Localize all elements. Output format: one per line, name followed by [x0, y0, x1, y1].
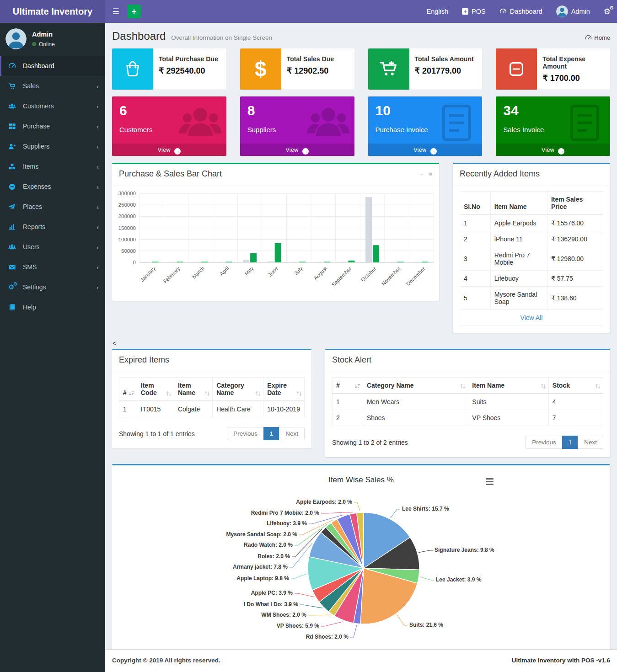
user-menu[interactable]: Admin [556, 5, 590, 17]
quick-add-button[interactable]: + [127, 5, 141, 18]
sidebar-item-users[interactable]: Users ‹ [0, 237, 105, 257]
pie-slice-label: Apple Earpods: 2.0 % [296, 499, 352, 505]
table-row: 2iPhone 11₹ 136290.00 [460, 231, 603, 247]
minimize-icon[interactable]: − [420, 171, 424, 177]
sidebar-item-help[interactable]: Help [0, 297, 105, 317]
view-link[interactable]: View → [368, 144, 483, 156]
cart-icon [8, 82, 18, 90]
content-header: Home Dashboard Overall Information on Si… [112, 23, 610, 48]
app-brand[interactable]: Ultimate Inventory [0, 0, 105, 23]
online-status-dot [32, 42, 36, 46]
column-header[interactable]: Category Name [213, 378, 263, 401]
info-box-label: Suppliers [240, 126, 354, 133]
info-box-label: Customers [112, 126, 226, 133]
previous-page-button[interactable]: Previous [526, 436, 563, 449]
column-header[interactable]: Item Code [137, 378, 174, 401]
sidebar-item-suppliers[interactable]: Suppliers ‹ [0, 136, 105, 156]
sidebar-item-sales[interactable]: Sales ‹ [0, 76, 105, 96]
expired-items-table: #Item CodeItem NameCategory NameExpire D… [119, 377, 305, 417]
sidebar-item-reports[interactable]: Reports ‹ [0, 217, 105, 237]
stat-card-value: ₹ 12902.50 [287, 66, 334, 76]
close-icon[interactable]: × [429, 171, 432, 177]
chevron-left-icon: ‹ [97, 123, 99, 130]
breadcrumb[interactable]: Home [585, 34, 610, 41]
svg-text:July: July [293, 266, 304, 276]
sidebar-item-purchase[interactable]: Purchase ‹ [0, 116, 105, 136]
view-link[interactable]: View → [496, 144, 610, 156]
pos-link[interactable]: +POS [462, 8, 486, 15]
info-box-purchase-invoice: 10 Purchase Invoice View → [368, 96, 483, 156]
chart-menu-icon[interactable] [486, 478, 494, 486]
svg-text:April: April [219, 266, 230, 277]
sort-icon [255, 391, 261, 396]
pie-slice-label: Rolex: 2.0 % [258, 553, 290, 560]
pie-slice-label: Lifebuoy: 3.9 % [267, 520, 307, 527]
bar-chart-panel-header: Purchase & Sales Bar Chart − × [112, 164, 439, 184]
view-link[interactable]: View → [112, 144, 226, 156]
info-box-count: 10 [368, 96, 483, 118]
pie-slice-label: Lee Shirts: 15.7 % [402, 506, 449, 512]
column-header[interactable]: Stock [548, 378, 603, 394]
info-box-sales-invoice: 34 Sales Invoice View → [496, 96, 610, 156]
pie-slice-label: Apple PC: 3.9 % [251, 590, 293, 596]
sidebar-user-status: Online [32, 41, 55, 48]
sidebar-item-places[interactable]: Places ‹ [0, 197, 105, 217]
footer: Copyright © 2019 All rights reserved. Ul… [105, 649, 617, 672]
column-header[interactable]: Expire Date [263, 378, 305, 401]
column-header[interactable]: Item Name [174, 378, 212, 401]
grid-icon [8, 123, 18, 130]
page-1-button[interactable]: 1 [263, 427, 280, 440]
previous-page-button[interactable]: Previous [227, 427, 264, 440]
sidebar-toggle-icon[interactable]: ☰ [105, 0, 126, 23]
recent-items-header: Recently Added Items [453, 164, 610, 184]
charts-row: Purchase & Sales Bar Chart − × 050000100… [112, 163, 610, 333]
svg-text:December: December [405, 266, 426, 287]
next-page-button[interactable]: Next [578, 436, 603, 449]
language-menu[interactable]: English [427, 8, 449, 15]
bar-chart-body: 050000100000150000200000250000300000Janu… [112, 184, 439, 301]
chevron-left-icon: ‹ [97, 143, 99, 150]
table-row: 4Lifebuoy₹ 57.75 [460, 271, 603, 287]
sidebar-item-items[interactable]: Items ‹ [0, 156, 105, 176]
avatar [556, 5, 568, 17]
sidebar-item-settings[interactable]: ⚙⚙ Settings ‹ [0, 277, 105, 297]
sidebar-item-expenses[interactable]: Expenses ‹ [0, 176, 105, 197]
chevron-left-icon: ‹ [97, 82, 99, 90]
sidebar-menu: Dashboard Sales ‹ Customers ‹ Purchase ‹… [0, 56, 105, 317]
pie-slice-label: Signature Jeans: 9.8 % [435, 547, 494, 553]
svg-text:August: August [312, 265, 328, 281]
dashboard-link[interactable]: Dashboard [499, 8, 542, 15]
cubes-icon [8, 163, 18, 171]
column-header[interactable]: Item Name [468, 378, 548, 394]
page-subtitle: Overall Information on Single Screen [171, 34, 272, 41]
view-all-link[interactable]: View All [520, 314, 543, 321]
column-header[interactable]: # [333, 378, 363, 394]
view-link[interactable]: View → [240, 144, 354, 156]
recent-items-title: Recently Added Items [460, 169, 540, 179]
pie-slice-label: I Do What I Do: 3.9 % [244, 601, 298, 608]
svg-text:June: June [267, 266, 279, 277]
column-header[interactable]: # [119, 378, 137, 401]
sidebar-item-customers[interactable]: Customers ‹ [0, 96, 105, 116]
pie-slice-label: Armany jacket: 7.8 % [233, 564, 288, 570]
recent-items-panel: Recently Added Items Sl.NoItem NameItem … [453, 163, 610, 333]
column-header[interactable]: Category Name [363, 378, 468, 394]
arrow-circle-right-icon: → [302, 148, 309, 155]
pie-slice-label: Redmi Pro 7 Mobile: 2.0 % [251, 510, 319, 516]
shopping-bag-icon [112, 48, 153, 90]
pie-chart-panel: Item Wise Sales % Lee Shirts: 15.7 %Sign… [112, 464, 610, 657]
stock-pagination: Previous 1 Next [526, 436, 603, 449]
stock-alert-panel: Stock Alert #Category NameItem NameStock… [325, 349, 610, 457]
sidebar-item-dashboard[interactable]: Dashboard [0, 56, 105, 76]
sidebar-item-sms[interactable]: SMS ‹ [0, 257, 105, 277]
table-row: 2ShoesVP Shoes7 [333, 410, 603, 426]
expired-items-header: Expired Items [112, 350, 311, 370]
pie-slice-label: Apple Laptop: 9.8 % [236, 575, 289, 581]
expired-pagination: Previous 1 Next [227, 427, 305, 440]
next-page-button[interactable]: Next [279, 427, 305, 440]
settings-gears-icon[interactable]: ⚙⚙ [604, 7, 611, 16]
page-1-button[interactable]: 1 [562, 436, 579, 449]
bar-chart-panel: Purchase & Sales Bar Chart − × 050000100… [112, 163, 439, 301]
stray-text: < [113, 340, 610, 347]
dollar-icon: $ [240, 48, 281, 90]
